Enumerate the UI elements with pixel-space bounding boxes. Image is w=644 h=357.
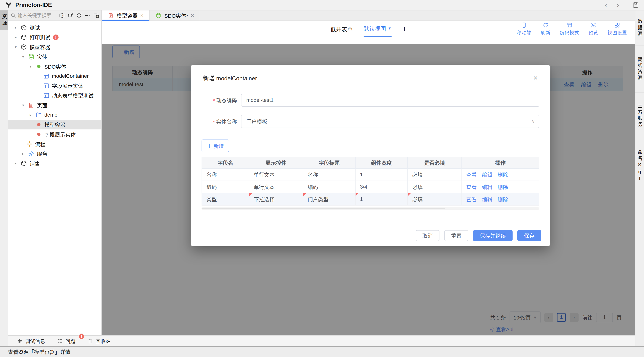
caret-right-icon[interactable]: ▸ xyxy=(13,25,18,30)
doc-tab-model-container[interactable]: 模型容器 × xyxy=(102,11,150,21)
caret-right-icon[interactable]: ▸ xyxy=(28,113,33,117)
close-icon[interactable]: × xyxy=(140,13,144,18)
field-row-code[interactable]: 编码 单行文本 编码 3/4 必填 查看编辑删除 xyxy=(202,181,539,193)
refresh-button[interactable]: 刷新 xyxy=(541,22,550,36)
view-link[interactable]: 查看 xyxy=(466,184,477,190)
col-control: 显示控件 xyxy=(249,157,303,168)
tree-item-services[interactable]: ▸ 服务 xyxy=(8,149,102,159)
mobile-view-button[interactable]: 移动端 xyxy=(517,22,532,36)
tree-item-label: 页面 xyxy=(37,102,47,109)
field-row-type[interactable]: 类型 下拉选择 门户类型 1 必填 查看编辑删除 xyxy=(202,193,539,205)
nav-back-icon[interactable]: ‹ xyxy=(605,1,607,9)
view-settings-button[interactable]: 视图设置 xyxy=(608,22,627,36)
svg-text:文: 文 xyxy=(96,16,98,18)
error-badge: ! xyxy=(53,35,58,40)
strip-tab-resources[interactable]: 资源 xyxy=(0,11,8,30)
tree-item-modelcontainer-entity[interactable]: modelContainer xyxy=(8,71,102,81)
app-title: Primeton-IDE xyxy=(15,2,52,9)
caret-down-icon[interactable]: ▾ xyxy=(13,45,18,49)
preview-button[interactable]: 预览 xyxy=(588,22,598,36)
tree-item-field-display-entity[interactable]: 字段展示实体 xyxy=(8,81,102,91)
delete-link[interactable]: 删除 xyxy=(498,172,508,178)
cell-modified: 1 xyxy=(355,193,408,205)
page-icon xyxy=(108,12,114,19)
code-mode-button[interactable]: 编码模式 xyxy=(560,22,579,36)
editor-area: 模型容器 × SDO实体* × 低开表单 xyxy=(102,11,635,335)
collapse-list-icon[interactable] xyxy=(85,13,90,19)
save-and-continue-button[interactable]: 保存并继续 xyxy=(473,230,512,241)
nav-forward-icon[interactable]: › xyxy=(616,1,619,9)
search-icon xyxy=(10,13,16,18)
close-icon[interactable]: × xyxy=(191,13,194,18)
bug-icon xyxy=(17,338,23,344)
add-view-button[interactable]: + xyxy=(402,21,406,37)
tree-item-sales[interactable]: ▸ 销售 xyxy=(8,159,102,168)
caret-right-icon[interactable]: ▸ xyxy=(13,161,18,166)
field-row-name[interactable]: 名称 单行文本 名称 1 必填 查看编辑删除 xyxy=(202,168,539,181)
translate-icon[interactable]: En文 xyxy=(93,13,99,19)
tree-item-sdo-entity[interactable]: ▾ SDO实体 xyxy=(8,62,102,71)
tree-item-dynamic-form-model-test[interactable]: 动态表单模型测试 xyxy=(8,91,102,100)
horizontal-scrollbar[interactable] xyxy=(202,207,540,210)
edit-link[interactable]: 编辑 xyxy=(482,197,492,203)
cell: 编码 xyxy=(303,181,355,193)
search-input[interactable] xyxy=(18,13,58,19)
cancel-button[interactable]: 取消 xyxy=(416,230,440,241)
delete-link[interactable]: 删除 xyxy=(498,197,508,203)
add-package-icon[interactable] xyxy=(68,13,74,19)
view-tab-default-view[interactable]: 默认视图 ▼ xyxy=(364,21,392,37)
tree-item-model-container-page[interactable]: 模型容器 xyxy=(8,120,102,129)
field-label: 实体名称 xyxy=(216,119,237,125)
tree-item-field-display-page[interactable]: 字段展示实体 xyxy=(8,129,102,139)
strip-tab-named-sql[interactable]: 命名Sql xyxy=(636,139,644,193)
tree-item-test[interactable]: ▸ 测试 xyxy=(8,23,102,33)
problems-button[interactable]: 问题 1 xyxy=(58,337,75,345)
close-icon[interactable]: × xyxy=(533,74,538,82)
save-button[interactable]: 保存 xyxy=(518,230,541,241)
strip-tab-offline-resources[interactable]: 离线资源 xyxy=(636,46,644,93)
recycle-bin-button[interactable]: 回收站 xyxy=(88,337,110,345)
refresh-tree-icon[interactable] xyxy=(76,13,82,19)
view-link[interactable]: 查看 xyxy=(466,197,477,203)
caret-right-icon[interactable]: ▸ xyxy=(13,35,18,40)
view-tab-lowcode-form[interactable]: 低开表单 xyxy=(330,21,353,37)
view-link[interactable]: 查看 xyxy=(466,172,477,178)
red-dot-icon xyxy=(36,121,42,128)
dynamic-code-input[interactable] xyxy=(241,94,540,107)
tree-item-print-test[interactable]: ▸ 打印测试 ! xyxy=(8,33,102,42)
strip-tab-data-source[interactable]: 数据源 xyxy=(636,11,644,46)
reset-button[interactable]: 重置 xyxy=(444,230,468,241)
tree-item-demo[interactable]: ▸ demo xyxy=(8,110,102,120)
caret-down-icon[interactable]: ▼ xyxy=(388,26,392,31)
edit-link[interactable]: 编辑 xyxy=(482,184,492,190)
tree-item-process[interactable]: 流程 xyxy=(8,139,102,149)
caret-down-icon[interactable]: ▾ xyxy=(28,64,33,69)
caret-right-icon[interactable]: ▸ xyxy=(20,151,26,156)
modal-title: 新增 modelContainer xyxy=(203,74,257,82)
cell-modified: 必填 xyxy=(408,193,462,205)
chevron-down-icon[interactable]: ∨ xyxy=(532,119,535,124)
caret-down-icon[interactable]: ▾ xyxy=(20,55,26,59)
debug-info-button[interactable]: 调试信息 xyxy=(17,337,45,345)
col-required: 是否必填 xyxy=(408,157,462,168)
fullscreen-icon[interactable] xyxy=(520,75,526,81)
doc-tab-sdo-entity[interactable]: SDO实体* × xyxy=(150,11,200,21)
cell: 必填 xyxy=(408,181,462,193)
entity-name-select[interactable] xyxy=(241,115,540,128)
package-icon xyxy=(20,44,27,50)
package-icon xyxy=(20,24,27,31)
strip-tab-third-party-services[interactable]: 三方服务 xyxy=(636,93,644,139)
add-field-button[interactable]: ＋ 新增 xyxy=(202,140,229,152)
tool-label: 预览 xyxy=(588,29,598,36)
edit-link[interactable]: 编辑 xyxy=(482,172,492,178)
save-icon[interactable] xyxy=(632,2,639,9)
red-dot-icon xyxy=(36,131,42,138)
tree-item-pages[interactable]: ▾ 页面 xyxy=(8,100,102,110)
tree-item-model-container[interactable]: ▾ 模型容器 xyxy=(8,42,102,52)
ai-search-icon[interactable]: AI xyxy=(59,13,65,19)
tree-item-entity[interactable]: ▾ 实体 xyxy=(8,52,102,62)
delete-link[interactable]: 删除 xyxy=(498,184,508,190)
package-icon xyxy=(20,160,27,167)
search-bar: AI En文 xyxy=(8,11,102,21)
caret-down-icon[interactable]: ▾ xyxy=(20,103,26,107)
